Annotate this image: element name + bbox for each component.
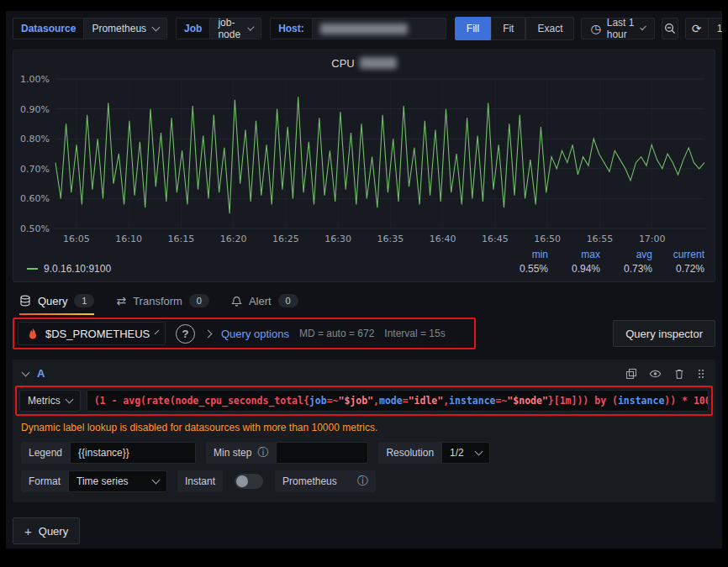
query-row-a-header[interactable]: A <box>13 360 715 386</box>
svg-text:16:30: 16:30 <box>324 234 351 244</box>
panel-legend-row: 9.0.16.10:9100 min max avg current 0.55%… <box>18 247 710 276</box>
cpu-time-series-chart[interactable]: 16:0516:1016:1516:2016:2516:3016:3516:40… <box>18 72 710 247</box>
view-mode-exact-button[interactable]: Exact <box>525 17 574 40</box>
tab-transform[interactable]: ⇄ Transform 0 <box>116 294 208 315</box>
legend-field: Legend {{instance}} <box>21 442 196 464</box>
svg-text:16:10: 16:10 <box>115 234 142 244</box>
svg-text:1.00%: 1.00% <box>20 74 50 85</box>
stat-header-avg: avg <box>600 249 652 260</box>
chevron-down-icon <box>152 476 161 485</box>
add-query-button[interactable]: + Query <box>13 517 80 544</box>
variable-host: Host: <box>270 18 446 39</box>
duplicate-query-button[interactable] <box>625 368 637 380</box>
datasource-picker-left: $DS_PROMETHEUS <box>27 328 150 340</box>
host-redacted-value <box>320 24 408 34</box>
time-range-picker[interactable]: ◷ Last 1 hour <box>581 18 654 39</box>
query-options-interval: Interval = 15s <box>384 328 445 339</box>
metrics-lookup-warning: Dynamic label lookup is disabled for dat… <box>13 416 715 442</box>
format-select[interactable]: Time series <box>68 470 167 492</box>
info-icon: ⓘ <box>357 474 368 489</box>
tab-alert-count: 0 <box>278 294 298 307</box>
instant-toggle[interactable] <box>235 474 263 489</box>
svg-text:0.90%: 0.90% <box>20 104 50 115</box>
view-mode-fill-button[interactable]: Fill <box>455 17 491 40</box>
refresh-interval-value: 1m <box>717 23 722 34</box>
resolution-select[interactable]: 1/2 <box>441 442 490 464</box>
query-inspector-button[interactable]: Query inspector <box>613 320 715 347</box>
view-mode-fit-button[interactable]: Fit <box>491 17 525 40</box>
instant-field: Instant <box>177 470 223 492</box>
stat-value-max: 0.94% <box>548 263 600 275</box>
datasource-picker-value: $DS_PROMETHEUS <box>45 328 150 340</box>
bell-icon <box>231 295 242 307</box>
datasource-help-button[interactable]: ? <box>176 324 195 344</box>
format-value: Time series <box>76 475 129 487</box>
resolution-field-label: Resolution <box>378 442 441 464</box>
datasource-variable-dropdown[interactable]: Prometheus <box>83 18 167 39</box>
tab-query[interactable]: Query 1 <box>19 294 94 315</box>
clock-icon: ◷ <box>590 23 600 34</box>
app-window: Datasource Prometheus Job job-node Host: <box>0 0 728 567</box>
stat-header-max: max <box>548 249 600 260</box>
query-options-md: MD = auto = 672 <box>299 328 374 339</box>
host-variable-label: Host: <box>270 18 312 39</box>
query-toolbar: $DS_PROMETHEUS ? Query options MD = auto… <box>13 318 715 349</box>
min-step-field: Min step ⓘ <box>206 442 368 464</box>
variable-job: Job job-node <box>176 18 261 39</box>
job-variable-dropdown[interactable]: job-node <box>209 18 261 39</box>
query-options-label: Query options <box>221 328 289 340</box>
delete-query-button[interactable] <box>673 368 685 380</box>
time-range-label: Last 1 hour <box>607 17 636 40</box>
hide-query-button[interactable] <box>649 368 662 380</box>
dashboard-submenu-bar: Datasource Prometheus Job job-node Host: <box>6 11 722 45</box>
promql-expression-input[interactable]: (1 - avg(rate(node_cpu_seconds_total{job… <box>87 390 709 412</box>
magnifier-minus-icon <box>664 23 676 34</box>
query-options-toggle[interactable]: Query options MD = auto = 672 Interval =… <box>205 328 446 340</box>
tab-alert-label: Alert <box>249 295 272 307</box>
database-icon <box>19 295 31 307</box>
transform-icon: ⇄ <box>116 295 126 307</box>
legend-input[interactable]: {{instance}} <box>70 442 196 464</box>
svg-text:0.70%: 0.70% <box>20 164 50 175</box>
svg-text:16:15: 16:15 <box>168 234 195 244</box>
series-color-swatch <box>27 268 38 270</box>
tab-query-count: 1 <box>74 294 94 307</box>
metrics-dropdown-button[interactable]: Metrics <box>19 390 81 412</box>
metrics-dropdown-label: Metrics <box>28 395 61 407</box>
copy-icon <box>625 368 637 380</box>
stat-header-current: current <box>652 249 704 260</box>
chevron-down-icon <box>248 24 255 30</box>
plus-icon: + <box>24 525 32 538</box>
refresh-interval-dropdown[interactable]: 1m <box>709 18 722 39</box>
prometheus-icon <box>27 328 39 339</box>
format-field-label: Format <box>21 470 68 492</box>
host-variable-dropdown[interactable] <box>312 18 446 39</box>
collapse-chevron-icon[interactable] <box>22 368 30 376</box>
refresh-button[interactable]: ⟳ <box>685 18 709 39</box>
engine-field-label: Prometheus ⓘ <box>275 470 376 492</box>
editor-tabs: Query 1 ⇄ Transform 0 Alert 0 <box>6 282 722 312</box>
grafana-panel-editor: Datasource Prometheus Job job-node Host: <box>6 11 722 549</box>
annotation-box-datasource: $DS_PROMETHEUS ? Query options MD = auto… <box>13 318 476 349</box>
svg-text:16:20: 16:20 <box>220 234 247 244</box>
legend-series-item[interactable]: 9.0.16.10:9100 <box>27 263 111 275</box>
resolution-value: 1/2 <box>450 447 464 459</box>
query-options-rows: Legend {{instance}} Min step ⓘ Resolutio… <box>13 442 715 492</box>
refresh-icon: ⟳ <box>692 23 702 34</box>
topbar-right-controls: Fill Fit Exact ◷ Last 1 hour <box>455 17 722 40</box>
refresh-group: ⟳ 1m <box>685 18 722 39</box>
query-ref-id: A <box>37 367 45 380</box>
chevron-right-icon <box>204 329 213 338</box>
tab-alert[interactable]: Alert 0 <box>231 294 298 315</box>
panel-title-redacted <box>360 57 397 69</box>
min-step-input[interactable] <box>276 442 368 464</box>
annotation-box-metrics: Metrics (1 - avg(rate(node_cpu_seconds_t… <box>15 386 713 416</box>
panel-title-text: CPU <box>331 57 354 70</box>
query-option-row-2: Format Time series Instant Prometheus <box>21 470 707 492</box>
zoom-out-button[interactable] <box>662 18 678 39</box>
chevron-down-icon <box>155 330 160 335</box>
query-row-a: A <box>13 360 715 502</box>
svg-text:16:45: 16:45 <box>482 234 509 244</box>
datasource-picker[interactable]: $DS_PROMETHEUS <box>18 322 166 345</box>
drag-handle[interactable] <box>697 368 705 380</box>
